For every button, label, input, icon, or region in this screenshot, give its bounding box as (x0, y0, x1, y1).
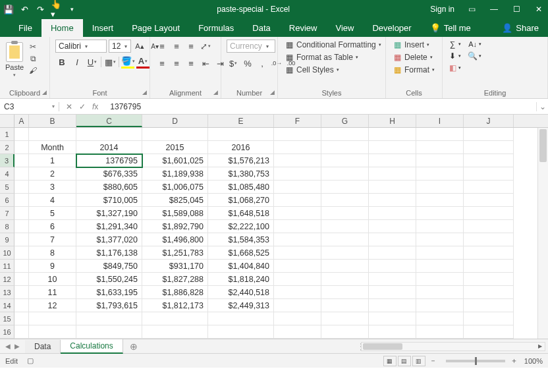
cell[interactable] (76, 312, 142, 325)
cell[interactable] (76, 325, 142, 339)
column-header[interactable]: F (274, 115, 321, 127)
row-header[interactable]: 12 (0, 273, 14, 286)
cell[interactable]: $2,449,313 (208, 299, 274, 312)
cell[interactable] (416, 260, 464, 273)
cell[interactable] (274, 141, 321, 154)
cell[interactable]: $1,251,783 (142, 246, 208, 260)
save-icon[interactable]: 💾 (4, 5, 13, 14)
zoom-slider[interactable] (446, 360, 505, 362)
cell[interactable]: 2 (29, 167, 76, 181)
align-top-icon[interactable]: ≡ (155, 40, 169, 53)
enter-edit-icon[interactable]: ✓ (79, 102, 86, 111)
column-header[interactable]: G (321, 115, 369, 127)
cell[interactable] (29, 128, 76, 141)
cell[interactable] (464, 233, 514, 246)
row-header[interactable]: 11 (0, 260, 14, 273)
row-header[interactable]: 2 (0, 141, 14, 154)
horizontal-scrollbar[interactable]: ◀ ▶ (361, 342, 545, 351)
cell[interactable] (464, 260, 514, 273)
cell[interactable] (416, 167, 464, 181)
sheet-nav-prev-icon[interactable]: ◀ (5, 343, 11, 350)
conditional-formatting-button[interactable]: ▦Conditional Formatting▾ (283, 40, 383, 50)
cell[interactable] (464, 141, 514, 154)
cell[interactable] (464, 246, 514, 260)
macro-record-icon[interactable]: ▢ (27, 356, 34, 365)
cell[interactable] (14, 299, 29, 312)
insert-cells-button[interactable]: ▦Insert▾ (391, 40, 431, 50)
cell[interactable] (14, 233, 29, 246)
column-header[interactable]: J (464, 115, 514, 127)
cell[interactable]: 10 (29, 273, 76, 286)
cell[interactable]: 1376795 (76, 154, 142, 167)
tab-home[interactable]: Home (41, 19, 83, 37)
tab-data[interactable]: Data (243, 19, 279, 37)
cell[interactable] (321, 207, 369, 220)
sheet-tab-calculations[interactable]: Calculations (61, 339, 123, 354)
cell[interactable] (464, 154, 514, 167)
name-box[interactable]: C3▾ (0, 102, 59, 111)
cell[interactable] (321, 246, 369, 260)
expand-formula-bar-icon[interactable]: ⌄ (536, 102, 548, 111)
cell[interactable] (416, 299, 464, 312)
row-header[interactable]: 6 (0, 194, 14, 207)
cell[interactable] (416, 194, 464, 207)
cell[interactable] (369, 220, 416, 233)
row-header[interactable]: 7 (0, 207, 14, 220)
maximize-icon[interactable]: ☐ (511, 5, 522, 14)
sheet-nav-next-icon[interactable]: ▶ (14, 343, 20, 350)
cell[interactable]: $1,818,240 (208, 273, 274, 286)
cell[interactable]: $1,892,790 (142, 220, 208, 233)
find-select-icon[interactable]: 🔍 (468, 51, 478, 61)
column-header[interactable]: D (142, 115, 208, 127)
decrease-indent-icon[interactable]: ⇤ (199, 57, 212, 70)
cell[interactable]: Month (29, 141, 76, 154)
cell[interactable]: 2014 (76, 141, 142, 154)
cell[interactable]: $1,291,340 (76, 220, 142, 233)
tab-file[interactable]: File (9, 19, 41, 37)
cell[interactable] (416, 220, 464, 233)
underline-icon[interactable]: U (86, 55, 99, 69)
cell[interactable] (416, 325, 464, 339)
cell[interactable] (464, 220, 514, 233)
cell[interactable]: 11 (29, 286, 76, 299)
cell[interactable] (274, 312, 321, 325)
worksheet-grid[interactable]: ABCDEFGHIJ 12Month201420152016311376795$… (0, 115, 548, 339)
cell[interactable] (369, 181, 416, 194)
cell[interactable] (14, 181, 29, 194)
cell[interactable] (369, 299, 416, 312)
borders-icon[interactable]: ▦ (103, 55, 117, 69)
format-painter-icon[interactable]: 🖌 (28, 66, 38, 75)
cell[interactable]: 2015 (142, 141, 208, 154)
ribbon-options-icon[interactable]: ▭ (466, 5, 477, 14)
cell[interactable] (321, 325, 369, 339)
cell[interactable]: $1,633,195 (76, 286, 142, 299)
tab-page-layout[interactable]: Page Layout (123, 19, 189, 37)
font-name-combo[interactable]: Calibri▾ (55, 40, 107, 53)
row-header[interactable]: 13 (0, 286, 14, 299)
cell[interactable] (14, 154, 29, 167)
row-header[interactable]: 10 (0, 246, 14, 260)
bold-icon[interactable]: B (55, 55, 68, 69)
cell[interactable] (416, 246, 464, 260)
cell[interactable]: $1,377,020 (76, 233, 142, 246)
cell[interactable] (369, 154, 416, 167)
cell[interactable] (274, 207, 321, 220)
cell[interactable] (369, 312, 416, 325)
cell[interactable] (369, 260, 416, 273)
column-header[interactable]: C (76, 115, 142, 127)
cell[interactable]: $1,006,075 (142, 181, 208, 194)
cell[interactable] (321, 167, 369, 181)
cell[interactable] (274, 194, 321, 207)
sort-filter-icon[interactable]: A↓ (468, 40, 478, 49)
cell[interactable] (321, 141, 369, 154)
column-header[interactable]: E (208, 115, 274, 127)
cell[interactable] (369, 246, 416, 260)
cell[interactable]: $1,827,288 (142, 273, 208, 286)
cell[interactable] (464, 312, 514, 325)
cell-styles-button[interactable]: ▦Cell Styles▾ (283, 65, 341, 75)
cell[interactable]: 5 (29, 207, 76, 220)
cell[interactable] (464, 299, 514, 312)
cell[interactable]: $1,589,088 (142, 207, 208, 220)
cell[interactable] (14, 286, 29, 299)
row-header[interactable]: 5 (0, 181, 14, 194)
